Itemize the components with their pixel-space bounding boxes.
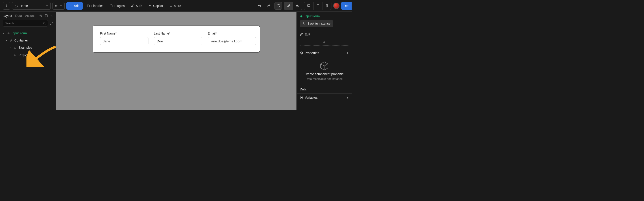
first-name-input[interactable] <box>100 37 148 45</box>
tree-item-container[interactable]: ▾ Container <box>2 37 54 44</box>
user-avatar[interactable] <box>333 3 340 9</box>
mobile-view-button[interactable] <box>322 2 331 10</box>
refresh-button[interactable] <box>274 2 282 10</box>
deploy-button[interactable]: Dep <box>341 2 352 10</box>
component-icon <box>300 15 303 18</box>
nav-libraries[interactable]: Libraries <box>84 2 106 10</box>
chevron-down-icon <box>60 5 62 7</box>
nav-label: Plugins <box>114 4 125 8</box>
edit-mode-button[interactable] <box>284 2 293 10</box>
nav-copilot[interactable]: Copilot <box>146 2 165 10</box>
back-to-instance-button[interactable]: Back to instance <box>300 20 333 27</box>
tree-item-input-form[interactable]: ▾ Input Form <box>2 30 54 37</box>
svg-rect-12 <box>14 47 16 48</box>
viewport-toggle <box>304 2 332 10</box>
cube-icon <box>300 51 303 54</box>
canvas[interactable]: First Name* Last Name* Email* <box>56 12 296 110</box>
sparkle-icon <box>148 4 152 8</box>
box-icon <box>14 54 16 56</box>
section-label: Data <box>300 88 306 91</box>
edit-slot-add[interactable] <box>299 39 349 46</box>
tree-label: Container <box>14 38 28 42</box>
search-icon <box>43 22 46 25</box>
tab-layout[interactable]: Layout <box>3 14 12 18</box>
tablet-view-button[interactable] <box>313 2 322 10</box>
deploy-label: Dep <box>344 4 349 8</box>
nav-label: More <box>174 4 181 8</box>
variables-section-header[interactable]: Variables + <box>297 94 352 102</box>
tree-label: Input Form <box>12 32 27 35</box>
menu-button[interactable] <box>3 2 10 10</box>
field-label: First Name* <box>100 32 148 35</box>
tab-actions[interactable]: Actions <box>25 14 36 18</box>
field-last-name: Last Name* <box>154 32 202 45</box>
last-name-input[interactable] <box>154 37 202 45</box>
properties-empty-state: Create component propertie Data modifiab… <box>297 57 352 85</box>
main-area: Layout Data Actions ▾ Input Form ▾ <box>0 12 352 110</box>
return-icon <box>302 22 306 25</box>
selection-title: Input Form <box>304 14 320 18</box>
language-selector[interactable]: en <box>52 2 64 10</box>
mode-toggle <box>284 2 302 10</box>
email-input[interactable] <box>208 37 256 45</box>
nav-plugins[interactable]: Plugins <box>108 2 127 10</box>
tree-item-dropzone[interactable]: ▸ Dropzone <box>2 51 54 58</box>
component-icon <box>323 41 326 44</box>
collapse-icon[interactable] <box>50 14 53 17</box>
refresh-icon <box>276 4 280 8</box>
bug-icon[interactable] <box>39 14 42 17</box>
data-section-header[interactable]: Data <box>297 85 352 93</box>
menu-icon <box>169 4 172 8</box>
svg-rect-3 <box>110 5 112 7</box>
plus-icon <box>70 4 73 8</box>
svg-rect-10 <box>45 14 48 17</box>
cube-large-icon <box>319 61 329 71</box>
field-label: Email* <box>208 32 256 35</box>
field-email: Email* <box>208 32 256 45</box>
expand-icon[interactable] <box>50 22 53 25</box>
component-icon <box>7 32 10 34</box>
redo-icon <box>267 4 271 8</box>
mobile-icon <box>325 4 328 8</box>
desktop-view-button[interactable] <box>304 2 313 10</box>
nav-auth[interactable]: Auth <box>129 2 144 10</box>
book-icon <box>87 4 90 8</box>
svg-point-2 <box>6 6 7 7</box>
tab-data[interactable]: Data <box>15 14 22 18</box>
add-button[interactable]: Add <box>66 2 83 10</box>
add-variable-button[interactable]: + <box>347 96 348 100</box>
svg-rect-8 <box>326 4 328 7</box>
eye-icon <box>296 4 300 8</box>
tablet-icon <box>316 4 320 8</box>
box-icon <box>14 46 16 49</box>
svg-point-0 <box>6 5 7 5</box>
panel-icon[interactable] <box>44 14 48 17</box>
undo-button[interactable] <box>256 2 263 10</box>
nav-label: Libraries <box>92 4 104 8</box>
svg-point-9 <box>40 15 42 16</box>
preview-mode-button[interactable] <box>293 2 302 10</box>
pencil-icon <box>287 4 290 8</box>
tree-item-examples[interactable]: ▸ Examples <box>2 44 54 51</box>
language-label: en <box>55 4 58 8</box>
empty-subtitle: Data modifiable per instance <box>306 77 343 80</box>
variable-icon <box>300 96 303 99</box>
redo-button[interactable] <box>265 2 273 10</box>
right-panel: Input Form Back to instance Edit Propert… <box>296 12 352 110</box>
pencil-icon <box>10 39 12 42</box>
svg-rect-13 <box>14 54 16 56</box>
properties-section-header[interactable]: Properties + <box>297 49 352 57</box>
section-label: Edit <box>305 32 310 36</box>
left-panel: Layout Data Actions ▾ Input Form ▾ <box>0 12 56 110</box>
page-selector[interactable]: Home <box>12 2 51 10</box>
svg-point-4 <box>132 6 132 7</box>
empty-title: Create component propertie <box>304 72 344 76</box>
page-selector-label: Home <box>20 4 28 8</box>
search-input-wrap[interactable] <box>3 20 48 26</box>
field-first-name: First Name* <box>100 32 148 45</box>
add-property-button[interactable]: + <box>347 51 348 55</box>
nav-more[interactable]: More <box>167 2 184 10</box>
dots-vertical-icon <box>5 4 8 8</box>
search-input[interactable] <box>5 22 43 25</box>
form-card[interactable]: First Name* Last Name* Email* <box>92 26 260 52</box>
